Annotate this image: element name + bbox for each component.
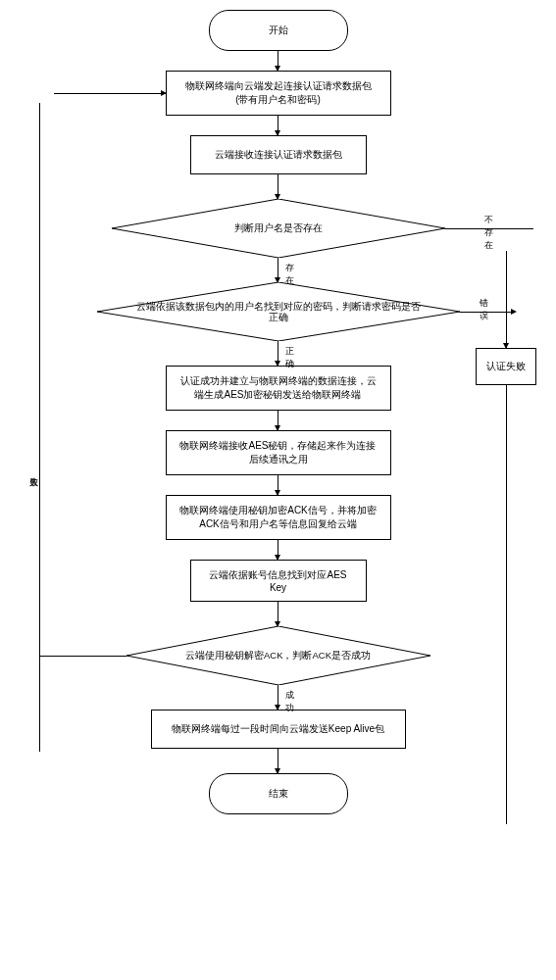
arrow — [278, 475, 278, 495]
decision-password-correct: 云端依据该数据包内的用户名找到对应的密码，判断请求密码是否正确 错误 — [97, 282, 460, 341]
arrow — [278, 749, 278, 773]
arrow — [278, 540, 278, 560]
arrow — [278, 411, 278, 430]
decision1-label: 判断用户名是否存在 — [195, 222, 362, 233]
process-step6: 云端依据账号信息找到对应AES Key — [190, 560, 367, 602]
decision2-no-label: 错误 — [480, 297, 488, 322]
step6-label: 云端依据账号信息找到对应AES Key — [203, 568, 354, 593]
auth-fail-label: 认证失败 — [486, 360, 526, 373]
decision-username-exists: 判断用户名是否存在 不存在 — [112, 199, 445, 258]
arrow — [278, 602, 278, 626]
arrow — [278, 51, 278, 71]
decision2-label: 云端依据该数据包内的用户名找到对应的密码，判断请求密码是否正确 — [97, 301, 460, 323]
process-step4: 物联网终端接收AES秘钥，存储起来作为连接后续通讯之用 — [166, 430, 391, 475]
decision1-no-label: 不存在 — [484, 214, 493, 252]
process-step2: 云端接收连接认证请求数据包 — [190, 135, 367, 174]
arrow: 正确 — [278, 341, 278, 366]
step3-label: 认证成功并建立与物联网终端的数据连接，云端生成AES加密秘钥发送给物联网终端 — [178, 374, 379, 402]
arrow: 成功 — [278, 685, 278, 710]
start-terminator: 开始 — [209, 10, 348, 51]
process-step3: 认证成功并建立与物联网终端的数据连接，云端生成AES加密秘钥发送给物联网终端 — [166, 366, 391, 411]
step4-label: 物联网终端接收AES秘钥，存储起来作为连接后续通讯之用 — [178, 439, 379, 466]
end-terminator: 结束 — [209, 773, 348, 814]
loop-back-line — [39, 103, 40, 752]
auth-fail-box: 认证失败 — [476, 348, 536, 385]
start-label: 开始 — [269, 24, 288, 37]
flowchart-container: 开始 物联网终端向云端发起连接认证请求数据包 (带有用户名和密码) 云端接收连接… — [10, 10, 546, 814]
process-step1: 物联网终端向云端发起连接认证请求数据包 (带有用户名和密码) — [166, 71, 391, 116]
process-step5: 物联网终端使用秘钥加密ACK信号，并将加密ACK信号和用户名等信息回复给云端 — [166, 495, 391, 540]
arrow — [278, 116, 278, 135]
decision3-label: 云端使用秘钥解密ACK，判断ACK是否成功 — [146, 650, 410, 661]
step2-label: 云端接收连接认证请求数据包 — [215, 148, 342, 162]
decision-ack-success: 云端使用秘钥解密ACK，判断ACK是否成功 — [126, 626, 430, 685]
decision3-yes-label: 成功 — [285, 689, 294, 714]
arrow: 存在 — [278, 258, 278, 282]
arrow — [278, 174, 278, 199]
step5-label: 物联网终端使用秘钥加密ACK信号，并将加密ACK信号和用户名等信息回复给云端 — [178, 504, 379, 531]
process-step7: 物联网终端每过一段时间向云端发送Keep Alive包 — [151, 710, 406, 749]
end-label: 结束 — [269, 787, 288, 801]
step1-label: 物联网终端向云端发起连接认证请求数据包 (带有用户名和密码) — [185, 79, 372, 107]
decision2-yes-label: 正确 — [285, 345, 294, 370]
step7-label: 物联网终端每过一段时间向云端发送Keep Alive包 — [172, 722, 384, 736]
